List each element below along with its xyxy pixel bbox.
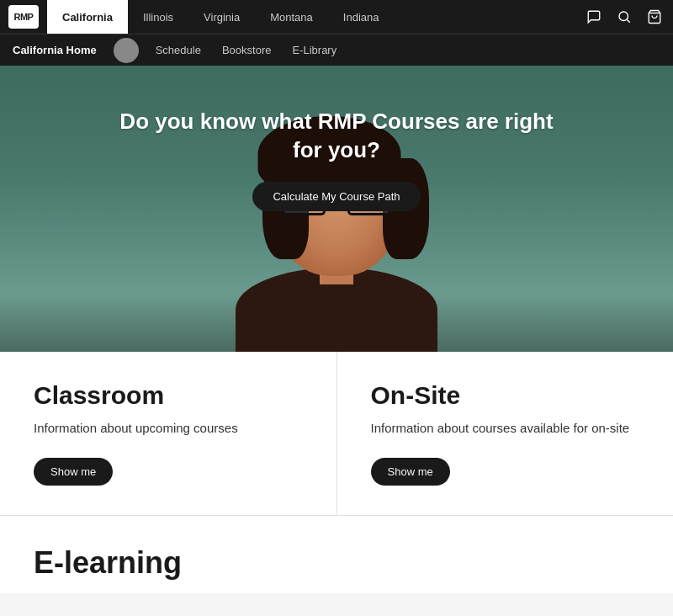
nav-tab-virginia[interactable]: Virginia [188, 0, 255, 34]
secondary-nav-links: Schedule Bookstore E-Library [156, 44, 337, 56]
schedule-link[interactable]: Schedule [156, 44, 201, 56]
svg-point-0 [619, 12, 628, 21]
nav-tab-illinois[interactable]: Illinois [128, 0, 188, 34]
onsite-show-button[interactable]: Show me [371, 458, 450, 486]
hero-content: Do you know what RMP Courses are right f… [105, 108, 568, 211]
classroom-description: Information about upcoming courses [34, 419, 303, 437]
cards-section: Classroom Information about upcoming cou… [0, 352, 673, 516]
search-icon[interactable] [614, 7, 634, 27]
onsite-description: Information about courses available for … [371, 419, 640, 437]
nav-tab-indiana[interactable]: Indiana [328, 0, 395, 34]
elearning-section: E-learning [0, 516, 673, 593]
nav-tab-montana[interactable]: Montana [255, 0, 328, 34]
top-nav-icons [584, 7, 665, 27]
top-navigation: RMP California Illinois Virginia Montana… [0, 0, 673, 34]
secondary-navigation: California Home Schedule Bookstore E-Lib… [0, 34, 673, 66]
classroom-card: Classroom Information about upcoming cou… [0, 352, 337, 515]
hero-section: Do you know what RMP Courses are right f… [0, 66, 673, 352]
user-avatar[interactable] [114, 38, 139, 63]
california-home-link[interactable]: California Home [13, 44, 97, 56]
rmp-logo[interactable]: RMP [8, 5, 39, 29]
elearning-title: E-learning [34, 545, 639, 581]
elibrary-link[interactable]: E-Library [292, 44, 336, 56]
chat-icon[interactable] [584, 7, 604, 27]
calculate-path-button[interactable]: Calculate My Course Path [252, 182, 420, 211]
svg-line-1 [627, 19, 629, 22]
cart-icon[interactable] [644, 7, 665, 27]
classroom-title: Classroom [34, 381, 303, 409]
nav-tabs: California Illinois Virginia Montana Ind… [47, 0, 584, 34]
nav-tab-california[interactable]: California [47, 0, 128, 34]
classroom-show-button[interactable]: Show me [34, 458, 113, 486]
bookstore-link[interactable]: Bookstore [222, 44, 272, 56]
onsite-card: On-Site Information about courses availa… [337, 352, 674, 515]
logo-area[interactable]: RMP [8, 5, 39, 29]
onsite-title: On-Site [371, 381, 640, 409]
hero-title: Do you know what RMP Courses are right f… [105, 108, 568, 165]
